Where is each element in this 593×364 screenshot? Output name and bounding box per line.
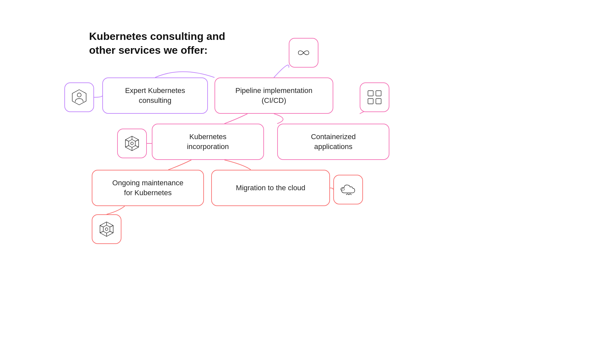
svg-marker-16 [103, 225, 110, 233]
svg-line-21 [100, 226, 103, 227]
ongoing-maintenance-box: Ongoing maintenancefor Kubernetes [92, 170, 204, 206]
k8s-incorporation-box: Kubernetesincorporation [152, 124, 264, 160]
person-icon [71, 89, 88, 106]
svg-point-1 [77, 93, 81, 97]
svg-line-20 [110, 226, 113, 227]
svg-marker-0 [72, 90, 86, 105]
cloud-icon-box [333, 175, 363, 204]
dashboard-icon-box [360, 82, 389, 112]
svg-marker-7 [129, 139, 135, 147]
svg-rect-5 [376, 99, 381, 104]
helm-bottom-icon [98, 221, 115, 238]
helm-top-icon [123, 135, 141, 152]
cloud-icon [340, 181, 357, 198]
helm-bottom-icon-box [92, 214, 121, 244]
svg-rect-2 [368, 91, 373, 96]
svg-line-11 [135, 140, 139, 141]
person-icon-box [64, 82, 94, 112]
svg-line-14 [125, 146, 129, 147]
svg-rect-3 [376, 91, 381, 96]
svg-line-22 [110, 231, 113, 233]
svg-line-13 [135, 146, 139, 147]
svg-point-8 [131, 142, 133, 145]
pipeline-box: Pipeline implementation(CI/CD) [214, 77, 333, 114]
migration-box: Migration to the cloud [211, 170, 330, 206]
svg-rect-4 [368, 99, 373, 104]
expert-kubernetes-box: Expert Kubernetesconsulting [102, 77, 208, 114]
infinity-icon [295, 44, 312, 61]
svg-line-23 [100, 231, 103, 233]
helm-top-icon-box [117, 129, 147, 158]
page-title: Kubernetes consulting and other services… [89, 30, 234, 57]
svg-point-17 [105, 228, 108, 230]
infinity-icon-box [289, 38, 318, 68]
svg-line-12 [125, 140, 129, 141]
dashboard-icon [366, 89, 383, 106]
containerized-apps-box: Containerizedapplications [277, 124, 389, 160]
